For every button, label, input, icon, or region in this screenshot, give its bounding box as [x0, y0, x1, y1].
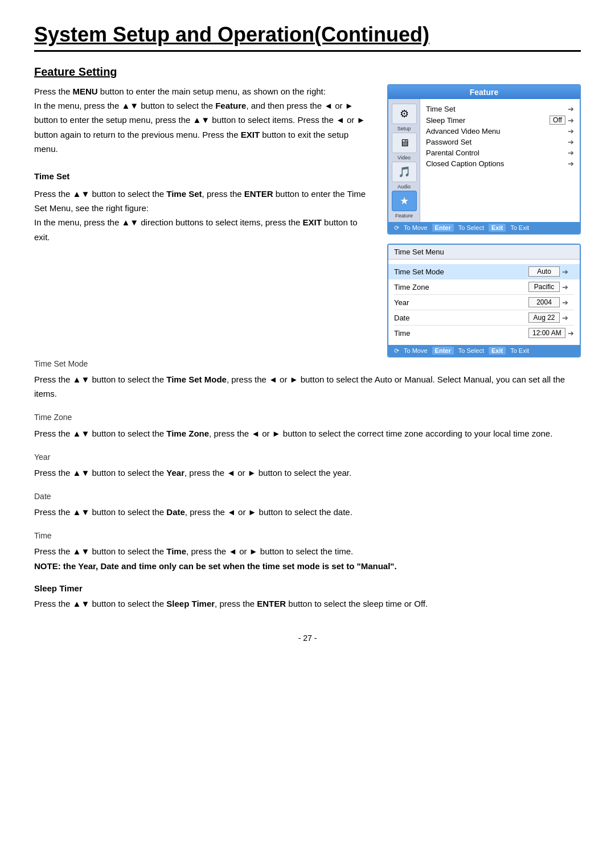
feature-intro-paragraph: Press the MENU button to enter the main …	[34, 84, 370, 156]
time-title: Time	[34, 529, 581, 542]
time-section: Time Press the ▲▼ button to select the T…	[34, 529, 581, 573]
time-zone-text: Press the ▲▼ button to select the Time Z…	[34, 426, 581, 441]
video-icon: 🖥	[392, 133, 417, 153]
timeset-time-label: Time	[394, 329, 410, 338]
date-text: Press the ▲▼ button to select the Date, …	[34, 505, 581, 519]
setup-icon: ⚙	[392, 104, 417, 124]
audio-icon: 🎵	[392, 162, 417, 182]
timeset-row-year: Year 2004 ➔	[394, 295, 574, 310]
timeset-date-label: Date	[394, 314, 409, 322]
year-title: Year	[34, 451, 581, 464]
page-number: - 27 -	[34, 633, 581, 643]
sleep-timer-heading: Sleep Timer	[34, 583, 581, 593]
feature-menu-header: Feature	[388, 85, 580, 99]
top-layout: Press the MENU button to enter the main …	[34, 84, 581, 357]
timeset-mode-value: Auto ➔	[528, 266, 574, 277]
tz-bold: Time Zone	[166, 429, 209, 438]
timeset-footer-exit-btn: Exit	[489, 347, 506, 355]
year-text: Press the ▲▼ button to select the Year, …	[34, 466, 581, 480]
timeset-row-date: Date Aug 22 ➔	[394, 310, 574, 326]
password-item-value: ➔	[568, 138, 574, 146]
feature-item-video: Advanced Video Menu ➔	[426, 126, 574, 137]
timeset-menu-header: Time Set Menu	[388, 245, 580, 260]
sidebar-setup: ⚙ Setup	[392, 102, 417, 131]
time-zone-section: Time Zone Press the ▲▼ button to select …	[34, 411, 581, 440]
timeset-time-box: 12:00 AM	[528, 328, 565, 338]
timeset-footer-select-label: To Select	[458, 347, 484, 354]
sleep-timer-section: Sleep Timer Press the ▲▼ button to selec…	[34, 583, 581, 611]
feature-icon: ★	[392, 191, 417, 211]
footer-move-label: To Move	[404, 224, 428, 231]
feature-setting-text: Press the MENU button to enter the main …	[34, 84, 370, 357]
feature-setting-heading: Feature Setting	[34, 65, 581, 79]
timeset-year-arrow: ➔	[562, 298, 568, 307]
date-bold: Date	[166, 507, 185, 517]
time-bold: Time	[166, 546, 186, 556]
footer-exit-btn: Exit	[489, 224, 506, 232]
password-item-label: Password Set	[426, 138, 568, 146]
timeset-row-zone: Time Zone Pacific ➔	[394, 279, 574, 295]
time-zone-title: Time Zone	[34, 411, 581, 424]
video-label: Video	[397, 155, 411, 161]
timeset-year-value: 2004 ➔	[528, 297, 574, 307]
sleep-enter-bold: ENTER	[257, 599, 286, 608]
exit-bold2: EXIT	[303, 217, 322, 227]
timeset-zone-box: Pacific	[528, 282, 560, 292]
sleep-item-label: Sleep Timer	[426, 116, 550, 125]
parental-item-label: Parental Control	[426, 149, 568, 157]
footer-move-icon: ⟳	[394, 224, 399, 232]
time-set-mode-text: Press the ▲▼ button to select the Time S…	[34, 372, 581, 401]
feature-menu-body: ⚙ Setup 🖥 Video 🎵 Audio ★ Feature	[388, 99, 580, 222]
timeset-menu: Time Set Menu Time Set Mode Auto ➔ Time …	[387, 244, 581, 357]
timeset-zone-arrow: ➔	[562, 283, 568, 291]
year-bold: Year	[166, 468, 184, 478]
footer-enter-btn: Enter	[432, 224, 454, 232]
time-set-bold: Time Set	[166, 189, 202, 199]
timeset-menu-footer: ⟳ To Move Enter To Select Exit To Exit	[388, 345, 580, 356]
feature-items-list: Time Set ➔ Sleep Timer Off ➔ Advanced	[420, 99, 580, 222]
timeset-date-value: Aug 22 ➔	[528, 312, 574, 323]
footer-select-label: To Select	[458, 224, 484, 231]
timeset-mode-label: Time Set Mode	[394, 268, 444, 276]
timeset-year-label: Year	[394, 298, 409, 307]
setup-label: Setup	[397, 126, 411, 131]
parental-arrow: ➔	[568, 149, 574, 157]
timeset-date-box: Aug 22	[528, 312, 560, 323]
timeset-zone-label: Time Zone	[394, 283, 429, 291]
sleep-value-box: Off	[550, 116, 565, 125]
timeset-year-box: 2004	[528, 297, 560, 307]
date-title: Date	[34, 490, 581, 503]
menu-column: Feature ⚙ Setup 🖥 Video 🎵 Audio	[387, 84, 581, 357]
timeset-footer-move-label: To Move	[404, 347, 428, 354]
feature-label: Feature	[395, 213, 413, 219]
feature-item-timeset: Time Set ➔	[426, 104, 574, 114]
time-set-mode-title: Time Set Mode	[34, 357, 581, 371]
timeset-date-arrow: ➔	[562, 314, 568, 322]
time-note: NOTE: the Year, Date and time only can b…	[34, 561, 397, 571]
timeset-footer-move-icon: ⟳	[394, 347, 399, 355]
sleep-timer-text: Press the ▲▼ button to select the Sleep …	[34, 597, 581, 611]
parental-item-value: ➔	[568, 149, 574, 157]
password-arrow: ➔	[568, 138, 574, 146]
caption-arrow: ➔	[568, 159, 574, 168]
caption-item-value: ➔	[568, 159, 574, 168]
time-set-paragraph: Press the ▲▼ button to select the Time S…	[34, 187, 370, 244]
feature-item-parental: Parental Control ➔	[426, 147, 574, 158]
enter-bold: ENTER	[244, 189, 273, 199]
feature-sidebar: ⚙ Setup 🖥 Video 🎵 Audio ★ Feature	[388, 99, 420, 222]
video-item-value: ➔	[568, 127, 574, 135]
time-text: Press the ▲▼ button to select the Time, …	[34, 544, 581, 573]
timeset-footer-enter-btn: Enter	[432, 347, 454, 355]
timeset-row-time: Time 12:00 AM ➔	[394, 326, 574, 340]
tsm-bold: Time Set Mode	[166, 375, 227, 384]
timeset-zone-value: Pacific ➔	[528, 282, 574, 292]
timeset-mode-arrow: ➔	[562, 268, 568, 276]
video-arrow: ➔	[568, 127, 574, 135]
feature-menu: Feature ⚙ Setup 🖥 Video 🎵 Audio	[387, 84, 581, 235]
sidebar-feature: ★ Feature	[392, 190, 417, 219]
timeset-menu-body: Time Set Mode Auto ➔ Time Zone Pacific ➔…	[388, 260, 580, 345]
timeset-row-mode: Time Set Mode Auto ➔	[388, 264, 580, 279]
footer-exit-label: To Exit	[510, 224, 529, 231]
menu-bold: MENU	[73, 87, 98, 96]
time-set-mode-section: Time Set Mode Press the ▲▼ button to sel…	[34, 357, 581, 401]
